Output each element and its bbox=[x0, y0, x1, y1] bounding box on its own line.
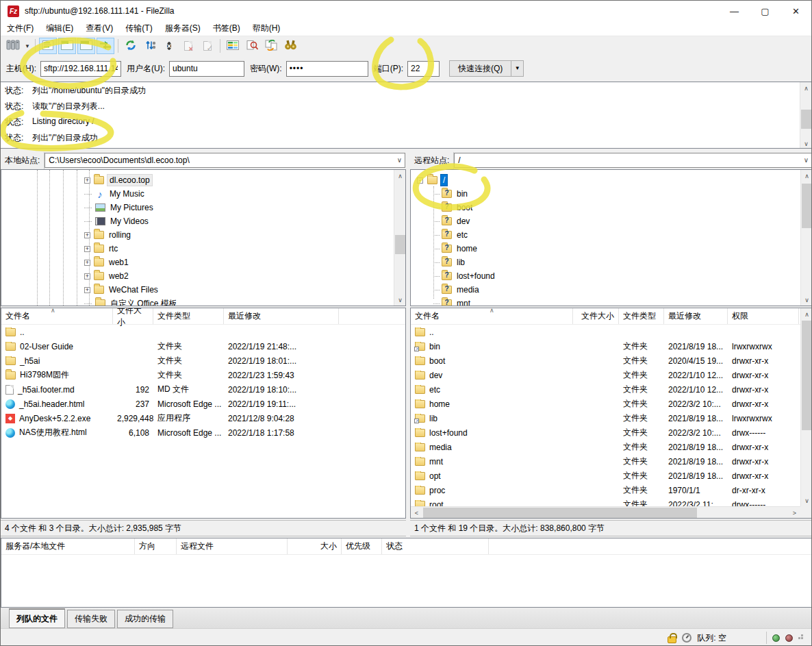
tree-expander-icon[interactable]: + bbox=[84, 246, 90, 252]
tree-expander-icon[interactable]: + bbox=[84, 287, 90, 293]
file-row[interactable]: opt文件夹2021/8/19 18...drwxr-xr-x bbox=[411, 469, 812, 483]
username-input[interactable] bbox=[169, 61, 244, 77]
column-header-5[interactable]: 权限 bbox=[728, 308, 799, 324]
file-row[interactable]: lost+found文件夹2022/3/2 10:...drwx------ bbox=[411, 425, 812, 440]
find-files-button[interactable] bbox=[243, 38, 261, 54]
file-row[interactable]: ↗lib文件夹2021/8/19 18...lrwxrwxrwx bbox=[411, 411, 812, 425]
tree-item-boot[interactable]: ?boot bbox=[411, 201, 812, 214]
menu-item-传输[interactable]: 传输(T) bbox=[119, 21, 158, 36]
scrollbar-thumb[interactable] bbox=[802, 184, 812, 228]
file-row[interactable]: _h5ai.header.html237Microsoft Edge ...20… bbox=[1, 397, 405, 411]
menu-item-编辑[interactable]: 编辑(E) bbox=[40, 21, 79, 36]
scroll-up-icon[interactable]: ∧ bbox=[801, 170, 812, 182]
maximize-button[interactable]: ▢ bbox=[750, 1, 781, 21]
menu-item-书签[interactable]: 书签(B) bbox=[207, 21, 246, 36]
message-log-scrollbar[interactable]: ∧ ∨ bbox=[800, 82, 811, 149]
cancel-operation-button[interactable]: × bbox=[160, 38, 178, 54]
column-header-1[interactable]: 文件名 bbox=[1, 308, 113, 324]
sort-ascending-icon[interactable]: ∧ bbox=[51, 308, 55, 314]
process-queue-button[interactable] bbox=[141, 38, 159, 54]
scroll-down-icon[interactable]: ∨ bbox=[800, 138, 811, 149]
site-manager-button[interactable] bbox=[4, 38, 22, 54]
file-row[interactable]: .. bbox=[1, 325, 405, 339]
resize-grip[interactable] bbox=[801, 637, 803, 639]
scroll-down-icon[interactable]: ∨ bbox=[801, 495, 812, 506]
chevron-down-icon[interactable]: ∨ bbox=[804, 156, 809, 164]
local-path-combo[interactable]: C:\Users\ecoo\Documents\dl.ecoo.top\ ∨ bbox=[45, 153, 405, 168]
queue-column-header-3[interactable]: 远程文件 bbox=[177, 538, 288, 554]
queue-column-header-6[interactable]: 状态 bbox=[382, 538, 489, 554]
menu-item-查看[interactable]: 查看(V) bbox=[79, 21, 119, 36]
column-header-3[interactable]: 文件类型 bbox=[619, 308, 664, 324]
queue-column-header-5[interactable]: 优先级 bbox=[342, 538, 382, 554]
file-row[interactable]: boot文件夹2020/4/15 19...drwxr-xr-x bbox=[411, 353, 812, 368]
password-input[interactable] bbox=[286, 61, 368, 77]
file-row[interactable]: mnt文件夹2021/8/19 18...drwxr-xr-x bbox=[411, 454, 812, 469]
file-row[interactable]: ↗bin文件夹2021/8/19 18...lrwxrwxrwx bbox=[411, 339, 812, 353]
tree-item--[interactable]: -/ bbox=[411, 173, 812, 187]
tree-item-bin[interactable]: ?bin bbox=[411, 187, 812, 201]
queue-column-header-1[interactable]: 服务器/本地文件 bbox=[1, 538, 135, 554]
file-row[interactable]: NAS使用教程.html6,108Microsoft Edge ...2022/… bbox=[1, 425, 405, 440]
toggle-local-tree-button[interactable] bbox=[58, 38, 76, 54]
column-header-4[interactable]: 最近修改 bbox=[224, 308, 339, 324]
tab-成功的传输[interactable]: 成功的传输 bbox=[117, 610, 173, 628]
remote-list-vscrollbar[interactable]: ∧ ∨ bbox=[800, 308, 812, 506]
tree-item-lost-found[interactable]: ?lost+found bbox=[411, 269, 812, 283]
chevron-down-icon[interactable]: ∨ bbox=[397, 156, 402, 164]
tree-expander-icon[interactable]: + bbox=[84, 273, 90, 279]
tree-expander-icon[interactable]: + bbox=[84, 177, 90, 184]
file-row[interactable]: _h5ai.footer.md192MD 文件2022/1/19 18:10:.… bbox=[1, 382, 405, 397]
tree-item-My-Pictures[interactable]: My Pictures bbox=[1, 201, 405, 214]
speed-limit-icon[interactable] bbox=[682, 633, 692, 643]
file-row[interactable]: home文件夹2022/3/2 10:...drwxr-xr-x bbox=[411, 397, 812, 411]
tree-item-mnt[interactable]: ?mnt bbox=[411, 297, 812, 306]
remote-tree-scrollbar[interactable]: ∧ ∨ bbox=[800, 170, 812, 306]
scrollbar-thumb[interactable] bbox=[423, 508, 697, 518]
scrollbar-thumb[interactable] bbox=[395, 235, 405, 254]
scroll-left-icon[interactable]: < bbox=[411, 507, 422, 519]
tree-item-lib[interactable]: ?lib bbox=[411, 256, 812, 269]
column-header-2[interactable]: 文件大小 bbox=[573, 308, 619, 324]
tree-item-dev[interactable]: ?dev bbox=[411, 214, 812, 228]
file-row[interactable]: Hi3798M固件文件夹2022/1/23 1:59:43 bbox=[1, 368, 405, 382]
host-input[interactable] bbox=[40, 61, 121, 77]
queue-column-header-4[interactable]: 大小 bbox=[288, 538, 342, 554]
menu-item-服务器[interactable]: 服务器(S) bbox=[159, 21, 207, 36]
tree-item-My-Videos[interactable]: My Videos bbox=[1, 214, 405, 228]
tree-collapse-icon[interactable]: - bbox=[417, 177, 423, 184]
file-row[interactable]: root文件夹2022/3/2 11:...drwx------ bbox=[411, 497, 812, 507]
sort-ascending-icon[interactable]: ∧ bbox=[490, 308, 494, 314]
remote-path-combo[interactable]: / ∨ bbox=[454, 153, 812, 168]
quickconnect-button[interactable]: 快速连接(Q) bbox=[449, 60, 511, 77]
file-row[interactable]: etc文件夹2022/1/10 12...drwxr-xr-x bbox=[411, 382, 812, 397]
toggle-transfer-queue-button[interactable] bbox=[97, 38, 114, 54]
refresh-button[interactable] bbox=[122, 38, 140, 54]
tab-列队的文件[interactable]: 列队的文件 bbox=[9, 608, 65, 628]
scrollbar-thumb[interactable] bbox=[802, 321, 812, 430]
scroll-up-icon[interactable]: ∧ bbox=[801, 308, 812, 320]
minimize-button[interactable]: — bbox=[719, 1, 750, 21]
tree-item-WeChat-Files[interactable]: +WeChat Files bbox=[1, 283, 405, 297]
remove-selected-button[interactable]: × bbox=[179, 38, 197, 54]
file-row[interactable]: dev文件夹2022/1/10 12...drwxr-xr-x bbox=[411, 368, 812, 382]
tree-item-rtc[interactable]: +rtc bbox=[1, 242, 405, 256]
tree-item-media[interactable]: ?media bbox=[411, 283, 812, 297]
file-row[interactable]: media文件夹2021/8/19 18...drwxr-xr-x bbox=[411, 440, 812, 454]
column-header-3[interactable]: 文件类型 bbox=[153, 308, 224, 324]
file-row[interactable]: ◆AnyDesk+5.2.2.exe2,929,448应用程序2021/12/8… bbox=[1, 411, 405, 425]
remote-list-hscrollbar[interactable]: < > bbox=[411, 506, 800, 518]
directory-comparison-button[interactable] bbox=[224, 38, 242, 54]
file-exists-action-button[interactable]: ✓ bbox=[199, 38, 216, 54]
scroll-up-icon[interactable]: ∧ bbox=[394, 170, 406, 182]
tree-item-home[interactable]: ?home bbox=[411, 242, 812, 256]
tree-item-My-Music[interactable]: ♪My Music bbox=[1, 187, 405, 201]
file-row[interactable]: _h5ai文件夹2022/1/19 18:01:... bbox=[1, 353, 405, 368]
scrollbar-thumb[interactable] bbox=[801, 110, 811, 129]
local-tree-scrollbar[interactable]: ∧ ∨ bbox=[394, 170, 405, 306]
quickconnect-dropdown[interactable]: ▼ bbox=[511, 60, 524, 77]
site-manager-dropdown-icon[interactable]: ▼ bbox=[23, 38, 32, 54]
scroll-down-icon[interactable]: ∨ bbox=[394, 294, 406, 306]
file-row[interactable]: .. bbox=[411, 325, 812, 339]
column-header-4[interactable]: 最近修改 bbox=[664, 308, 728, 324]
